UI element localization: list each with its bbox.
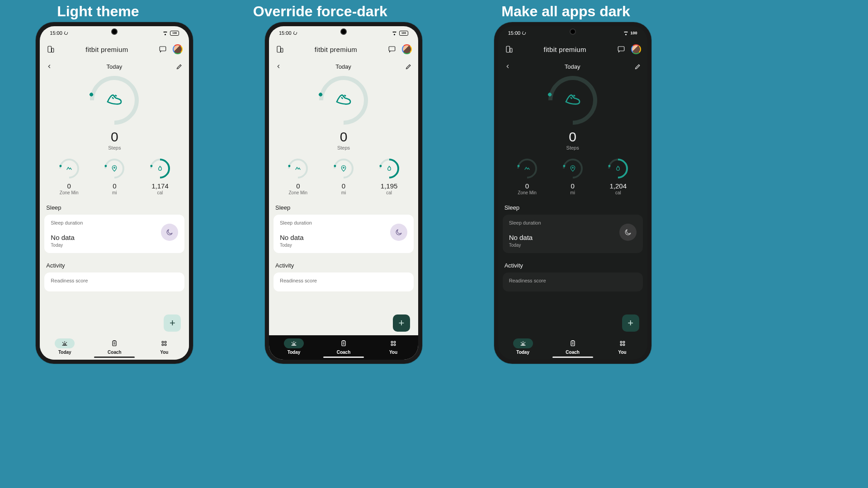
sleep-card[interactable]: Sleep duration No data Today: [274, 215, 414, 253]
steps-widget[interactable]: 0 Steps: [44, 76, 184, 150]
metric-zone[interactable]: 0 Zone Min: [275, 159, 321, 195]
sleep-card[interactable]: Sleep duration No data Today: [44, 215, 184, 253]
steps-widget[interactable]: 0 Steps: [274, 76, 414, 150]
camera-notch: [111, 28, 118, 35]
edit-icon[interactable]: [634, 63, 641, 70]
zone-value: 0: [525, 182, 529, 190]
svg-point-4: [64, 343, 66, 345]
camera-notch: [570, 28, 576, 35]
metric-mi[interactable]: 0 mi: [321, 159, 366, 195]
clipboard-icon: [111, 340, 118, 347]
flame-icon: [386, 165, 393, 172]
mi-value: 0: [342, 182, 345, 190]
readiness-title: Readiness score: [509, 278, 637, 283]
nav-you[interactable]: You: [613, 338, 632, 355]
readiness-card[interactable]: Readiness score: [274, 272, 414, 291]
battery-icon: 100: [170, 31, 179, 36]
edit-icon[interactable]: [176, 63, 183, 70]
devices-icon[interactable]: [505, 45, 514, 54]
zone-label: Zone Min: [518, 190, 537, 195]
bottom-nav: Today Coach You: [269, 335, 418, 360]
mi-value: 0: [571, 182, 574, 190]
nav-today[interactable]: Today: [513, 338, 533, 355]
fab-add[interactable]: +: [164, 314, 181, 332]
section-activity: Activity: [505, 262, 641, 269]
app-title: fitbit premium: [544, 46, 586, 53]
edit-icon[interactable]: [405, 63, 412, 70]
nav-today[interactable]: Today: [55, 338, 75, 355]
nav-today-label: Today: [288, 350, 301, 355]
sleep-card-sub: Today: [280, 243, 407, 248]
caption-light: Light theme: [57, 4, 139, 19]
avatar[interactable]: [631, 44, 641, 54]
chevron-left-icon[interactable]: [46, 63, 52, 70]
steps-label: Steps: [566, 145, 579, 150]
caption-dark: Make all apps dark: [501, 4, 630, 19]
nav-you[interactable]: You: [383, 338, 403, 355]
cal-label: cal: [386, 190, 392, 195]
battery-icon: 100: [399, 31, 408, 36]
svg-point-3: [114, 167, 115, 169]
metric-zone[interactable]: 0 Zone Min: [47, 159, 92, 195]
wifi-icon: [162, 31, 168, 35]
nav-coach[interactable]: Coach: [104, 338, 124, 355]
svg-rect-10: [277, 46, 281, 52]
bottom-nav: Today Coach You: [40, 335, 189, 360]
wifi-icon: [623, 31, 629, 35]
battery-text: 100: [631, 31, 637, 35]
sun-icon: [519, 340, 527, 347]
avatar[interactable]: [402, 44, 412, 54]
nav-you[interactable]: You: [154, 338, 174, 355]
devices-icon[interactable]: [46, 45, 55, 54]
avatar[interactable]: [173, 44, 183, 54]
readiness-card[interactable]: Readiness score: [44, 272, 184, 291]
svg-point-13: [343, 167, 344, 169]
metric-mi[interactable]: 0 mi: [550, 159, 595, 195]
bottom-nav: Today Coach You: [498, 335, 647, 360]
sleep-card-title: Sleep duration: [509, 220, 637, 225]
chat-icon[interactable]: [158, 45, 167, 54]
chat-icon[interactable]: [617, 45, 626, 54]
sleep-card-sub: Today: [509, 243, 637, 248]
nav-you-label: You: [160, 350, 168, 355]
devices-icon[interactable]: [275, 45, 284, 54]
date-label: Today: [565, 63, 580, 70]
nav-you-label: You: [389, 350, 397, 355]
chat-icon[interactable]: [387, 45, 396, 54]
metric-zone[interactable]: 0 Zone Min: [505, 159, 550, 195]
metric-cal[interactable]: 1,174 cal: [137, 159, 183, 195]
svg-rect-28: [620, 344, 622, 346]
section-activity: Activity: [275, 262, 412, 269]
svg-rect-27: [623, 342, 624, 343]
app-title: fitbit premium: [315, 46, 357, 53]
nav-today[interactable]: Today: [284, 338, 304, 355]
status-time: 15:00: [279, 30, 292, 36]
mi-value: 0: [113, 182, 116, 190]
chevron-left-icon[interactable]: [275, 63, 282, 70]
cal-label: cal: [615, 190, 621, 195]
nav-coach-label: Coach: [566, 350, 580, 355]
metric-cal[interactable]: 1,195 cal: [367, 159, 412, 195]
chevron-left-icon[interactable]: [505, 63, 511, 70]
caption-mid: Override force-dark: [253, 4, 387, 19]
svg-rect-9: [165, 344, 166, 346]
readiness-card[interactable]: Readiness score: [503, 272, 643, 291]
sleep-card[interactable]: Sleep duration No data Today: [503, 215, 643, 253]
svg-rect-29: [623, 344, 624, 346]
nav-today-label: Today: [58, 350, 71, 355]
steps-label: Steps: [108, 145, 121, 150]
nav-coach[interactable]: Coach: [563, 338, 583, 355]
fab-add[interactable]: +: [393, 314, 410, 332]
steps-widget[interactable]: 0 Steps: [503, 76, 643, 150]
date-label: Today: [335, 63, 351, 70]
svg-rect-25: [571, 341, 575, 346]
zone-label: Zone Min: [288, 190, 307, 195]
nav-coach[interactable]: Coach: [334, 338, 354, 355]
svg-rect-15: [342, 341, 345, 346]
fab-add[interactable]: +: [622, 314, 639, 332]
flame-icon: [156, 165, 164, 172]
steps-value: 0: [569, 129, 576, 145]
zone-value: 0: [67, 182, 71, 190]
metric-cal[interactable]: 1,204 cal: [595, 159, 641, 195]
metric-mi[interactable]: 0 mi: [92, 159, 137, 195]
